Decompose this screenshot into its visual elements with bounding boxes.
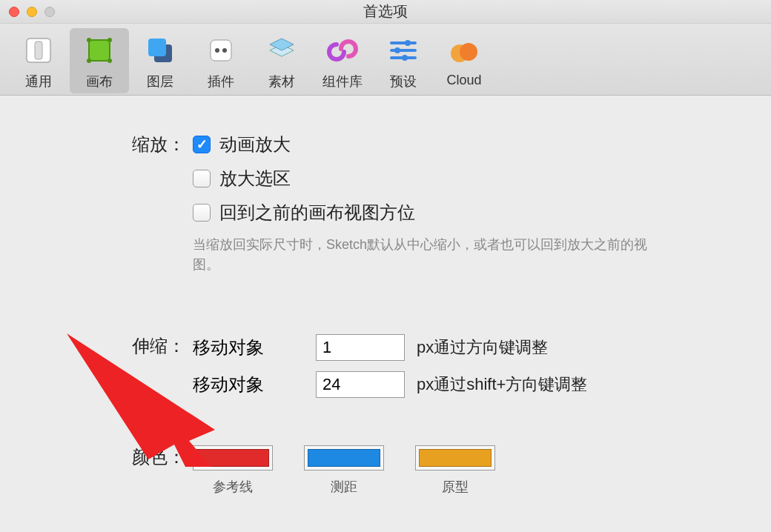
- prototype-swatch: [419, 449, 492, 467]
- zoom-icon[interactable]: [44, 7, 55, 17]
- tab-canvas[interactable]: 画布: [70, 28, 129, 93]
- guides-color-well[interactable]: [193, 445, 273, 471]
- nudge-input-arrow[interactable]: [316, 334, 405, 361]
- window-title: 首选项: [363, 1, 408, 21]
- tab-general[interactable]: 通用: [9, 28, 68, 93]
- cloud-icon: [446, 33, 482, 68]
- zoom-checkbox-animate[interactable]: 动画放大: [193, 133, 727, 156]
- nudge-unit-text: px通过shift+方向键调整: [417, 373, 587, 396]
- libraries-icon: [325, 33, 360, 68]
- tab-label: 素材: [268, 73, 295, 90]
- prototype-color-label: 原型: [442, 478, 469, 496]
- checkbox-icon[interactable]: [193, 204, 211, 222]
- svg-rect-8: [148, 39, 166, 56]
- nudge-shift-row: 移动对象 px通过shift+方向键调整: [193, 371, 727, 398]
- svg-point-17: [405, 40, 411, 46]
- tab-label: 通用: [25, 73, 52, 90]
- tab-label: 图层: [147, 73, 173, 90]
- svg-point-19: [402, 55, 408, 61]
- colors-label: 颜色：: [44, 445, 193, 469]
- svg-rect-1: [35, 41, 42, 59]
- tab-label: Cloud: [446, 73, 481, 88]
- nudge-input-shift[interactable]: [316, 371, 405, 398]
- svg-rect-9: [211, 40, 231, 61]
- nudge-label: 伸缩：: [44, 334, 193, 358]
- checkbox-icon[interactable]: [193, 170, 211, 187]
- nudge-section: 伸缩： 移动对象 px通过方向键调整 移动对象 px通过shift+方向键调整: [44, 334, 727, 408]
- guides-swatch: [196, 449, 269, 467]
- preferences-content: 缩放： 动画放大 放大选区 回到之前的画布视图方位 当缩放回实际尺寸时，Sket…: [0, 96, 771, 496]
- zoom-checkbox-selection[interactable]: 放大选区: [193, 167, 727, 190]
- zoom-label: 缩放：: [44, 133, 193, 156]
- svg-point-4: [107, 38, 112, 42]
- tab-label: 画布: [86, 73, 113, 90]
- titlebar: 首选项: [0, 0, 771, 24]
- svg-rect-2: [89, 40, 110, 61]
- svg-point-21: [460, 43, 477, 61]
- tab-cloud[interactable]: Cloud: [434, 28, 494, 93]
- general-icon: [21, 33, 56, 68]
- measure-color-label: 测距: [331, 478, 357, 496]
- tab-libraries-assets[interactable]: 素材: [252, 28, 311, 93]
- zoom-section: 缩放： 动画放大 放大选区 回到之前的画布视图方位 当缩放回实际尺寸时，Sket…: [44, 133, 727, 275]
- nudge-arrow-row: 移动对象 px通过方向键调整: [193, 334, 727, 361]
- zoom-help-text: 当缩放回实际尺寸时，Sketch默认从中心缩小，或者也可以回到放大之前的视图。: [193, 235, 667, 275]
- canvas-icon: [82, 33, 117, 68]
- measure-swatch: [308, 449, 380, 467]
- presets-icon: [386, 33, 421, 68]
- colors-section: 颜色： 参考线 测距: [44, 445, 727, 496]
- close-icon[interactable]: [9, 7, 19, 17]
- tab-layers[interactable]: 图层: [130, 28, 190, 93]
- tab-label: 插件: [208, 73, 234, 90]
- checkbox-label: 回到之前的画布视图方位: [219, 201, 415, 225]
- nudge-move-label: 移动对象: [193, 336, 304, 359]
- svg-point-18: [394, 47, 400, 53]
- guides-color-label: 参考线: [213, 478, 253, 496]
- checkbox-icon[interactable]: [193, 136, 211, 153]
- svg-point-10: [215, 48, 219, 53]
- preferences-toolbar: 通用 画布 图层 插件 素材 组件库: [0, 24, 771, 96]
- measure-color-well[interactable]: [304, 445, 384, 471]
- prototype-color-well[interactable]: [415, 445, 495, 471]
- tab-label: 预设: [390, 73, 417, 90]
- svg-point-5: [87, 59, 91, 63]
- svg-point-3: [87, 38, 91, 42]
- tab-plugins[interactable]: 插件: [191, 28, 251, 93]
- assets-icon: [264, 33, 300, 68]
- plugins-icon: [203, 33, 239, 68]
- checkbox-label: 动画放大: [219, 133, 291, 156]
- svg-point-11: [222, 48, 227, 53]
- nudge-move-label: 移动对象: [193, 373, 304, 396]
- nudge-unit-text: px通过方向键调整: [417, 336, 548, 359]
- checkbox-label: 放大选区: [219, 167, 291, 190]
- svg-point-6: [107, 59, 112, 63]
- minimize-icon[interactable]: [27, 7, 37, 17]
- zoom-checkbox-back[interactable]: 回到之前的画布视图方位: [193, 201, 727, 225]
- tab-presets[interactable]: 预设: [374, 28, 433, 93]
- tab-libraries[interactable]: 组件库: [313, 28, 372, 93]
- tab-label: 组件库: [322, 73, 363, 90]
- window-controls: [9, 7, 55, 17]
- layers-icon: [142, 33, 178, 68]
